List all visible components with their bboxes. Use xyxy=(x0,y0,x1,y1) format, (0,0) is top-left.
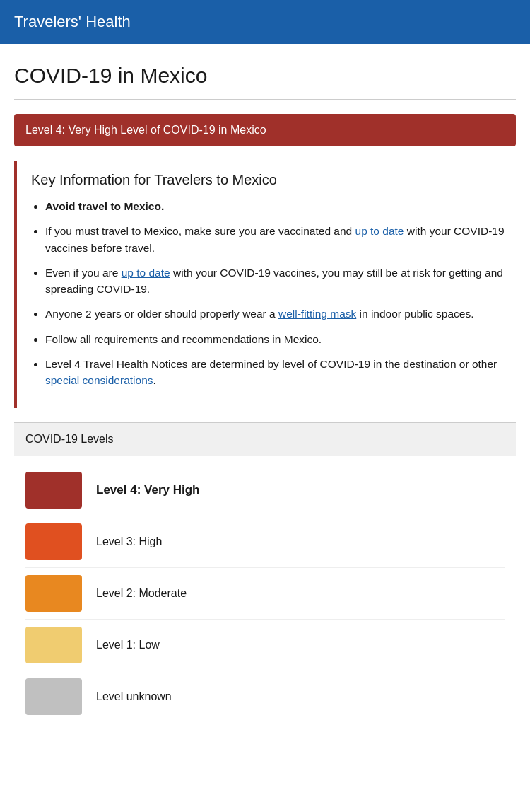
avoid-travel-bold: Avoid travel to Mexico. xyxy=(45,200,164,212)
level-1-color xyxy=(25,627,82,663)
main-content: COVID-19 in Mexico Level 4: Very High Le… xyxy=(0,44,530,745)
level-item-3: Level 3: High xyxy=(25,516,505,568)
level-2-color xyxy=(25,575,82,612)
level-3-label: Level 3: High xyxy=(96,535,162,548)
level-item-2: Level 2: Moderate xyxy=(25,568,505,620)
level-item-1: Level 1: Low xyxy=(25,620,505,671)
up-to-date-link-2[interactable]: up to date xyxy=(122,267,170,279)
level-4-label: Level 4: Very High xyxy=(96,483,199,497)
level-2-label: Level 2: Moderate xyxy=(96,587,187,600)
key-info-box: Key Information for Travelers to Mexico … xyxy=(14,161,516,408)
alert-banner-text: Level 4: Very High Level of COVID-19 in … xyxy=(25,124,266,136)
level-1-label: Level 1: Low xyxy=(96,639,160,651)
well-fitting-mask-link[interactable]: well-fitting mask xyxy=(278,308,356,320)
alert-banner: Level 4: Very High Level of COVID-19 in … xyxy=(14,114,516,146)
level-4-color xyxy=(25,472,82,509)
key-info-title: Key Information for Travelers to Mexico xyxy=(31,172,505,188)
list-item: Avoid travel to Mexico. xyxy=(45,198,505,214)
list-item: If you must travel to Mexico, make sure … xyxy=(45,223,505,256)
up-to-date-link-1[interactable]: up to date xyxy=(355,225,404,237)
key-info-list: Avoid travel to Mexico. If you must trav… xyxy=(31,198,505,388)
level-item-4: Level 4: Very High xyxy=(25,465,505,516)
level-unknown-label: Level unknown xyxy=(96,690,172,703)
covid-levels-section: COVID-19 Levels Level 4: Very High Level… xyxy=(14,422,516,731)
site-header: Travelers' Health xyxy=(0,0,530,44)
level-3-color xyxy=(25,523,82,560)
level-unknown-color xyxy=(25,678,82,715)
level-item-unknown: Level unknown xyxy=(25,671,505,722)
list-item: Level 4 Travel Health Notices are determ… xyxy=(45,356,505,389)
levels-list: Level 4: Very High Level 3: High Level 2… xyxy=(14,456,516,731)
covid-levels-header: COVID-19 Levels xyxy=(14,423,516,456)
list-item: Even if you are up to date with your COV… xyxy=(45,265,505,298)
site-header-title: Travelers' Health xyxy=(14,13,131,30)
page-title: COVID-19 in Mexico xyxy=(14,64,516,88)
list-item: Anyone 2 years or older should properly … xyxy=(45,306,505,322)
title-divider xyxy=(14,99,516,100)
special-considerations-link[interactable]: special considerations xyxy=(45,374,153,386)
list-item: Follow all requirements and recommendati… xyxy=(45,331,505,347)
